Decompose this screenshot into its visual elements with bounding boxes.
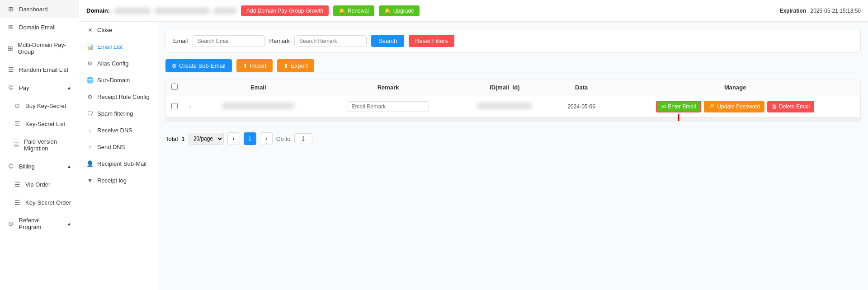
delete-icon: 🗑 (772, 103, 777, 110)
delete-email-button[interactable]: 🗑 Delete Email (767, 101, 814, 112)
pay-icon: © (7, 84, 14, 91)
referral-icon: ⊙ (7, 220, 14, 227)
enter-email-icon: ✉ (661, 103, 666, 110)
col-expand (183, 79, 197, 96)
total-count: 1 (181, 136, 184, 142)
spam-filter-icon: 🛡 (86, 110, 94, 117)
sidebar-item-random-email[interactable]: ☰ Random Email List (0, 61, 79, 79)
receive-dns-icon: ↓ (86, 127, 94, 134)
row-remark-cell (320, 96, 457, 117)
enter-email-button[interactable]: ✉ Enter Email (656, 101, 701, 112)
send-dns-icon: ↑ (86, 144, 94, 150)
panel-item-close[interactable]: ✕ Close (79, 22, 158, 38)
page-1-button[interactable]: 1 (244, 132, 256, 145)
email-search-input[interactable] (193, 35, 265, 47)
billing-icon: © (7, 163, 14, 170)
panel-item-alias-config[interactable]: ⚙ Alias Config (79, 55, 158, 72)
panel-item-spam-filtering[interactable]: 🛡 Spam filtering (79, 105, 158, 122)
panel-item-email-list[interactable]: 📊 Email List (79, 38, 158, 55)
referral-chevron-icon: ▲ (67, 221, 71, 226)
row-checkbox-cell (166, 96, 183, 117)
row-mail-id-cell (457, 96, 553, 117)
sidebar-item-multi-domain[interactable]: ⊞ Multi-Domain Pay-Group (0, 36, 79, 61)
random-email-icon: ☰ (7, 66, 14, 73)
action-row: ⊕ Create Sub-Email ⬆ Import ⬆ Export (165, 59, 861, 72)
panel-item-sub-domain[interactable]: 🌐 Sub-Domain (79, 72, 158, 89)
reset-filters-button[interactable]: Reset Filters (409, 35, 454, 47)
col-email: Email (197, 79, 320, 96)
row-data-cell: 2024-05-06 (553, 96, 610, 117)
sidebar-item-key-secret-order[interactable]: ☰ Key-Secret Order (0, 193, 79, 211)
remark-filter-label: Remark (269, 37, 290, 44)
pagination-row: Total 1 20/page ‹ 1 › Go to (165, 128, 861, 150)
filter-row: Email Remark Search Reset Filters (165, 29, 861, 53)
export-icon: ⬆ (283, 62, 288, 69)
row-mail-id-value (477, 103, 532, 109)
col-checkbox (166, 79, 183, 96)
right-panel: Email Remark Search Reset Filters ⊕ Crea… (158, 22, 868, 290)
close-icon: ✕ (86, 27, 94, 33)
receipt-log-icon: ▼ (86, 177, 94, 184)
import-icon: ⬆ (243, 62, 248, 69)
receipt-rule-icon: ⚙ (86, 94, 94, 100)
sidebar-item-vip-order[interactable]: ☰ Vip Order (0, 175, 79, 193)
sidebar-item-buy-key-secret[interactable]: ⊙ Buy Key-Secret (0, 97, 79, 115)
panel-item-receipt-log[interactable]: ▼ Receipt log (79, 172, 158, 189)
pay-chevron-icon: ▲ (67, 85, 71, 90)
email-remark-input[interactable] (348, 101, 429, 112)
panel-item-recipient-sub[interactable]: 👤 Recipient Sub-Mail (79, 155, 158, 172)
topbar: Domain: Add Domain Pay-Group-Growth 🔔 Re… (79, 0, 868, 22)
row-email-value (222, 103, 294, 109)
renewal-button[interactable]: 🔔 Renewal (333, 5, 374, 16)
sidebar-item-dashboard[interactable]: ⊞ Dashboard (0, 0, 79, 18)
remark-search-input[interactable] (294, 35, 367, 47)
col-remark: Remark (320, 79, 457, 96)
email-filter-label: Email (173, 37, 188, 44)
total-label: Total (165, 136, 178, 142)
row-manage-cell: ✉ Enter Email (610, 96, 860, 117)
update-pw-icon: 🔑 (708, 103, 715, 110)
table-scrollbar[interactable] (166, 117, 860, 121)
renewal-icon: 🔔 (339, 8, 345, 14)
select-all-checkbox[interactable] (171, 84, 178, 90)
sidebar-item-key-secret-list[interactable]: ☰ Key-Secret List (0, 115, 79, 133)
sidebar-item-paid-version[interactable]: ☰ Paid Version Migration (0, 133, 79, 157)
add-domain-pay-group-button[interactable]: Add Domain Pay-Group-Growth (241, 5, 329, 16)
row-checkbox[interactable] (171, 103, 178, 109)
export-button[interactable]: ⬆ Export (277, 59, 314, 72)
create-icon: ⊕ (172, 62, 177, 69)
sidebar-item-domain-email[interactable]: ✉ Domain Email (0, 18, 79, 36)
goto-input[interactable] (294, 133, 312, 144)
search-button[interactable]: Search (371, 35, 404, 47)
col-manage: Manage (610, 79, 860, 96)
panel-item-send-dns[interactable]: ↑ Send DNS (79, 139, 158, 155)
domain-extra (155, 8, 209, 14)
upgrade-icon: 🔔 (384, 8, 391, 14)
table-row: › 2024-05-06 (166, 96, 860, 117)
key-secret-list-icon: ☰ (14, 120, 21, 127)
upgrade-button[interactable]: 🔔 Upgrade (379, 5, 420, 16)
page-size-select[interactable]: 20/page (189, 133, 224, 145)
import-button[interactable]: ⬆ Import (236, 59, 273, 72)
row-email-cell (197, 96, 320, 117)
domain-status (214, 8, 236, 14)
sidebar-item-referral-program[interactable]: ⊙ Referral Program ▲ (0, 211, 79, 236)
domain-email-icon: ✉ (7, 23, 14, 31)
left-panel: ✕ Close 📊 Email List ⚙ Alias Config 🌐 Su… (79, 22, 158, 290)
expiration-info: Expiration 2025-05-21 15:13:50 (780, 8, 861, 14)
billing-chevron-icon: ▲ (67, 164, 71, 169)
update-password-button[interactable]: 🔑 Update Password (704, 101, 764, 112)
panel-item-receipt-rule[interactable]: ⚙ Receipt Rule Config (79, 89, 158, 105)
col-mail-id: ID(mail_id) (457, 79, 553, 96)
sidebar-item-billing[interactable]: © Billing ▲ (0, 157, 79, 175)
panel-item-receive-dns[interactable]: ↓ Receive DNS (79, 122, 158, 139)
table-header-row: Email Remark ID(mail_id) Data Manage (166, 79, 860, 96)
create-sub-email-button[interactable]: ⊕ Create Sub-Email (165, 59, 232, 72)
sidebar-item-pay[interactable]: © Pay ▲ (0, 79, 79, 97)
next-page-button[interactable]: › (260, 132, 273, 145)
row-expand-cell: › (183, 96, 197, 117)
prev-page-button[interactable]: ‹ (227, 132, 240, 145)
expand-button[interactable]: › (189, 103, 191, 110)
goto-label: Go to (276, 136, 291, 142)
recipient-sub-icon: 👤 (86, 160, 94, 167)
